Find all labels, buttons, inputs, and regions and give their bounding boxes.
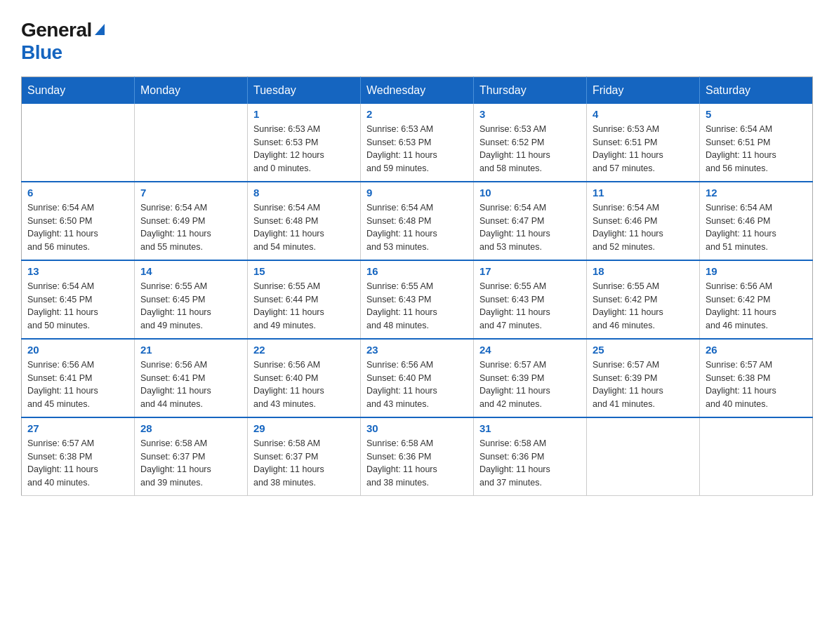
calendar-cell: 12Sunrise: 6:54 AMSunset: 6:46 PMDayligh… <box>700 182 813 260</box>
day-info: Sunrise: 6:55 AMSunset: 6:43 PMDaylight:… <box>479 280 581 333</box>
calendar-cell: 6Sunrise: 6:54 AMSunset: 6:50 PMDaylight… <box>22 182 135 260</box>
day-number: 19 <box>706 265 807 277</box>
calendar-cell: 23Sunrise: 6:56 AMSunset: 6:40 PMDayligh… <box>361 339 474 417</box>
calendar-cell: 2Sunrise: 6:53 AMSunset: 6:53 PMDaylight… <box>361 104 474 182</box>
calendar-cell: 20Sunrise: 6:56 AMSunset: 6:41 PMDayligh… <box>22 339 135 417</box>
day-info: Sunrise: 6:56 AMSunset: 6:40 PMDaylight:… <box>253 358 355 411</box>
day-info: Sunrise: 6:54 AMSunset: 6:51 PMDaylight:… <box>706 123 807 175</box>
calendar-cell: 27Sunrise: 6:57 AMSunset: 6:38 PMDayligh… <box>22 417 135 496</box>
logo-general-text: General <box>21 20 105 41</box>
day-info: Sunrise: 6:53 AMSunset: 6:51 PMDaylight:… <box>593 123 694 175</box>
day-info: Sunrise: 6:58 AMSunset: 6:37 PMDaylight:… <box>140 437 241 490</box>
calendar-header: SundayMondayTuesdayWednesdayThursdayFrid… <box>22 76 813 104</box>
week-row-1: 1Sunrise: 6:53 AMSunset: 6:53 PMDaylight… <box>22 104 813 182</box>
day-info: Sunrise: 6:54 AMSunset: 6:45 PMDaylight:… <box>27 280 128 333</box>
day-number: 26 <box>706 344 807 356</box>
day-number: 10 <box>479 187 581 199</box>
calendar-cell <box>22 104 135 182</box>
logo-blue-text: Blue <box>21 41 62 64</box>
day-info: Sunrise: 6:54 AMSunset: 6:50 PMDaylight:… <box>27 201 128 254</box>
calendar-cell: 18Sunrise: 6:55 AMSunset: 6:42 PMDayligh… <box>587 260 700 339</box>
day-number: 4 <box>593 108 694 120</box>
day-number: 12 <box>706 187 807 199</box>
calendar-cell: 22Sunrise: 6:56 AMSunset: 6:40 PMDayligh… <box>248 339 361 417</box>
day-number: 30 <box>366 422 468 434</box>
weekday-header-row: SundayMondayTuesdayWednesdayThursdayFrid… <box>22 76 813 104</box>
calendar-cell: 13Sunrise: 6:54 AMSunset: 6:45 PMDayligh… <box>22 260 135 339</box>
day-info: Sunrise: 6:55 AMSunset: 6:45 PMDaylight:… <box>140 280 241 333</box>
day-number: 20 <box>27 344 128 356</box>
day-info: Sunrise: 6:56 AMSunset: 6:42 PMDaylight:… <box>706 280 807 333</box>
day-number: 6 <box>27 187 128 199</box>
calendar-cell: 8Sunrise: 6:54 AMSunset: 6:48 PMDaylight… <box>248 182 361 260</box>
day-info: Sunrise: 6:54 AMSunset: 6:48 PMDaylight:… <box>366 201 468 254</box>
calendar-cell: 30Sunrise: 6:58 AMSunset: 6:36 PMDayligh… <box>361 417 474 496</box>
calendar-cell: 31Sunrise: 6:58 AMSunset: 6:36 PMDayligh… <box>474 417 587 496</box>
weekday-header-monday: Monday <box>135 76 248 104</box>
day-info: Sunrise: 6:53 AMSunset: 6:53 PMDaylight:… <box>366 123 468 175</box>
day-number: 23 <box>366 344 468 356</box>
page-header: General Blue <box>21 14 813 64</box>
day-info: Sunrise: 6:54 AMSunset: 6:49 PMDaylight:… <box>140 201 241 254</box>
day-number: 24 <box>479 344 581 356</box>
calendar-cell: 5Sunrise: 6:54 AMSunset: 6:51 PMDaylight… <box>700 104 813 182</box>
calendar-table: SundayMondayTuesdayWednesdayThursdayFrid… <box>21 76 813 496</box>
weekday-header-thursday: Thursday <box>474 76 587 104</box>
day-info: Sunrise: 6:56 AMSunset: 6:40 PMDaylight:… <box>366 358 468 411</box>
day-info: Sunrise: 6:54 AMSunset: 6:46 PMDaylight:… <box>706 201 807 254</box>
day-number: 11 <box>593 187 694 199</box>
calendar-cell: 16Sunrise: 6:55 AMSunset: 6:43 PMDayligh… <box>361 260 474 339</box>
logo-triangle-icon <box>95 24 105 35</box>
day-number: 22 <box>253 344 355 356</box>
day-info: Sunrise: 6:54 AMSunset: 6:46 PMDaylight:… <box>593 201 694 254</box>
day-number: 25 <box>593 344 694 356</box>
day-info: Sunrise: 6:54 AMSunset: 6:47 PMDaylight:… <box>479 201 581 254</box>
weekday-header-friday: Friday <box>587 76 700 104</box>
calendar-cell: 24Sunrise: 6:57 AMSunset: 6:39 PMDayligh… <box>474 339 587 417</box>
day-info: Sunrise: 6:57 AMSunset: 6:38 PMDaylight:… <box>27 437 128 490</box>
weekday-header-sunday: Sunday <box>22 76 135 104</box>
day-info: Sunrise: 6:53 AMSunset: 6:53 PMDaylight:… <box>253 123 355 175</box>
weekday-header-saturday: Saturday <box>700 76 813 104</box>
day-info: Sunrise: 6:57 AMSunset: 6:39 PMDaylight:… <box>593 358 694 411</box>
calendar-cell: 29Sunrise: 6:58 AMSunset: 6:37 PMDayligh… <box>248 417 361 496</box>
calendar-cell: 7Sunrise: 6:54 AMSunset: 6:49 PMDaylight… <box>135 182 248 260</box>
day-info: Sunrise: 6:55 AMSunset: 6:42 PMDaylight:… <box>593 280 694 333</box>
day-number: 13 <box>27 265 128 277</box>
day-number: 8 <box>253 187 355 199</box>
calendar-cell: 19Sunrise: 6:56 AMSunset: 6:42 PMDayligh… <box>700 260 813 339</box>
day-info: Sunrise: 6:56 AMSunset: 6:41 PMDaylight:… <box>27 358 128 411</box>
weekday-header-wednesday: Wednesday <box>361 76 474 104</box>
week-row-4: 20Sunrise: 6:56 AMSunset: 6:41 PMDayligh… <box>22 339 813 417</box>
week-row-2: 6Sunrise: 6:54 AMSunset: 6:50 PMDaylight… <box>22 182 813 260</box>
day-info: Sunrise: 6:57 AMSunset: 6:38 PMDaylight:… <box>706 358 807 411</box>
calendar-cell: 4Sunrise: 6:53 AMSunset: 6:51 PMDaylight… <box>587 104 700 182</box>
day-number: 29 <box>253 422 355 434</box>
day-info: Sunrise: 6:58 AMSunset: 6:36 PMDaylight:… <box>366 437 468 490</box>
day-number: 2 <box>366 108 468 120</box>
day-info: Sunrise: 6:53 AMSunset: 6:52 PMDaylight:… <box>479 123 581 175</box>
day-info: Sunrise: 6:54 AMSunset: 6:48 PMDaylight:… <box>253 201 355 254</box>
week-row-5: 27Sunrise: 6:57 AMSunset: 6:38 PMDayligh… <box>22 417 813 496</box>
calendar-cell: 10Sunrise: 6:54 AMSunset: 6:47 PMDayligh… <box>474 182 587 260</box>
day-number: 3 <box>479 108 581 120</box>
calendar-cell: 21Sunrise: 6:56 AMSunset: 6:41 PMDayligh… <box>135 339 248 417</box>
day-number: 31 <box>479 422 581 434</box>
calendar-cell: 25Sunrise: 6:57 AMSunset: 6:39 PMDayligh… <box>587 339 700 417</box>
calendar-cell <box>700 417 813 496</box>
week-row-3: 13Sunrise: 6:54 AMSunset: 6:45 PMDayligh… <box>22 260 813 339</box>
calendar-cell <box>135 104 248 182</box>
day-number: 17 <box>479 265 581 277</box>
day-info: Sunrise: 6:55 AMSunset: 6:43 PMDaylight:… <box>366 280 468 333</box>
day-number: 9 <box>366 187 468 199</box>
day-info: Sunrise: 6:58 AMSunset: 6:37 PMDaylight:… <box>253 437 355 490</box>
day-number: 14 <box>140 265 241 277</box>
calendar-cell: 15Sunrise: 6:55 AMSunset: 6:44 PMDayligh… <box>248 260 361 339</box>
day-number: 21 <box>140 344 241 356</box>
day-number: 18 <box>593 265 694 277</box>
calendar-cell: 17Sunrise: 6:55 AMSunset: 6:43 PMDayligh… <box>474 260 587 339</box>
calendar-cell: 14Sunrise: 6:55 AMSunset: 6:45 PMDayligh… <box>135 260 248 339</box>
calendar-body: 1Sunrise: 6:53 AMSunset: 6:53 PMDaylight… <box>22 104 813 496</box>
day-info: Sunrise: 6:56 AMSunset: 6:41 PMDaylight:… <box>140 358 241 411</box>
day-number: 28 <box>140 422 241 434</box>
